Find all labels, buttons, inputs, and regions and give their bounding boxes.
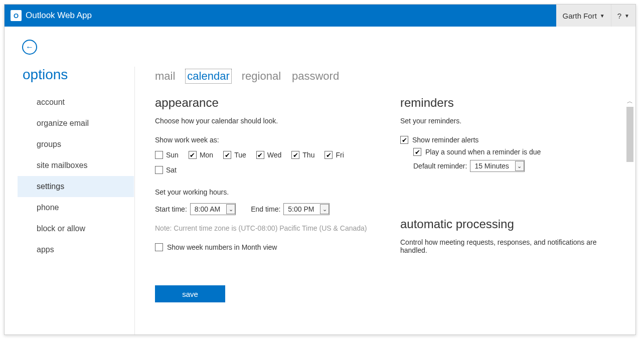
arrow-left-icon: ←	[26, 43, 34, 52]
sidebar-item-label: groups	[37, 140, 61, 148]
automatic-processing-title: automatic processing	[400, 217, 615, 231]
right-column: reminders Set your reminders. Show remin…	[400, 96, 615, 334]
appearance-desc: Choose how your calendar should look.	[155, 117, 370, 125]
end-time-label: End time:	[251, 205, 280, 213]
checkbox-tue[interactable]	[223, 151, 231, 159]
work-week-days: Sun Mon Tue Wed Thu Fri Sat	[155, 151, 370, 174]
day-thu: Thu	[291, 151, 314, 159]
sidebar-item-apps[interactable]: apps	[23, 239, 134, 260]
day-label: Sun	[166, 151, 179, 159]
sidebar-item-label: phone	[37, 203, 59, 212]
start-time-select[interactable]: 8:00 AM ⌄	[190, 203, 236, 215]
settings-tabs: mail calendar regional password	[155, 70, 615, 83]
scroll-up-arrow-icon[interactable]: ︿	[625, 97, 634, 106]
checkbox-sat[interactable]	[155, 166, 163, 174]
day-fri: Fri	[325, 151, 344, 159]
outlook-icon: O	[11, 10, 22, 21]
checkbox-thu[interactable]	[291, 151, 299, 159]
work-week-label: Show work week as:	[155, 136, 370, 144]
day-label: Tue	[234, 151, 246, 159]
show-alerts-row: Show reminder alerts	[400, 136, 615, 144]
chevron-down-icon: ⌄	[320, 204, 329, 214]
start-time-value: 8:00 AM	[195, 205, 220, 213]
chevron-down-icon: ▼	[624, 13, 629, 19]
show-alerts-label: Show reminder alerts	[412, 136, 478, 144]
working-hours-label: Set your working hours.	[155, 188, 370, 196]
tab-password[interactable]: password	[292, 70, 339, 83]
sidebar-item-organize-email[interactable]: organize email	[23, 113, 134, 134]
user-menu-button[interactable]: Garth Fort ▼	[556, 5, 611, 27]
chevron-down-icon: ⌄	[226, 204, 235, 214]
day-tue: Tue	[223, 151, 246, 159]
checkbox-show-alerts[interactable]	[400, 136, 408, 144]
chevron-down-icon: ▼	[600, 13, 605, 19]
checkbox-mon[interactable]	[189, 151, 197, 159]
checkbox-week-numbers[interactable]	[155, 243, 163, 251]
day-mon: Mon	[189, 151, 213, 159]
reminders-desc: Set your reminders.	[400, 117, 615, 125]
sidebar-item-label: apps	[37, 245, 54, 254]
chevron-down-icon: ⌄	[515, 161, 524, 171]
checkbox-play-sound[interactable]	[413, 148, 421, 156]
end-time-select[interactable]: 5:00 PM ⌄	[283, 203, 330, 215]
day-wed: Wed	[256, 151, 282, 159]
sidebar-item-block-or-allow[interactable]: block or allow	[23, 218, 134, 239]
help-icon: ?	[617, 12, 621, 20]
sidebar-item-phone[interactable]: phone	[23, 197, 134, 218]
brand: O Outlook Web App	[5, 10, 92, 21]
checkbox-wed[interactable]	[256, 151, 264, 159]
day-label: Fri	[336, 151, 344, 159]
tab-mail[interactable]: mail	[155, 70, 175, 83]
sidebar-item-site-mailboxes[interactable]: site mailboxes	[23, 155, 134, 176]
settings-sidebar: options account organize email groups si…	[5, 67, 135, 334]
appearance-title: appearance	[155, 96, 370, 110]
start-time-label: Start time:	[155, 205, 187, 213]
default-reminder-select[interactable]: 15 Minutes ⌄	[470, 160, 524, 172]
default-reminder-row: Default reminder: 15 Minutes ⌄	[413, 160, 615, 172]
user-name: Garth Fort	[562, 12, 596, 20]
default-reminder-label: Default reminder:	[413, 162, 467, 170]
play-sound-label: Play a sound when a reminder is due	[425, 148, 541, 156]
timezone-note: Note: Current time zone is (UTC-08:00) P…	[155, 224, 370, 232]
sidebar-item-account[interactable]: account	[23, 92, 134, 113]
sidebar-item-label: block or allow	[37, 224, 85, 233]
sidebar-title: options	[23, 67, 134, 83]
help-menu-button[interactable]: ? ▼	[611, 5, 635, 27]
day-sun: Sun	[155, 151, 179, 159]
main-panel: mail calendar regional password appearan…	[135, 67, 635, 334]
checkbox-fri[interactable]	[325, 151, 333, 159]
day-label: Sat	[166, 166, 177, 174]
appearance-section: appearance Choose how your calendar shou…	[155, 96, 370, 334]
app-title: Outlook Web App	[26, 11, 92, 21]
sidebar-item-label: organize email	[37, 119, 89, 127]
sidebar-item-groups[interactable]: groups	[23, 134, 134, 155]
sidebar-item-label: site mailboxes	[37, 161, 87, 169]
day-label: Mon	[200, 151, 213, 159]
scroll-thumb[interactable]	[626, 107, 633, 162]
default-reminder-value: 15 Minutes	[474, 162, 509, 170]
sidebar-item-label: account	[37, 98, 65, 106]
checkbox-sun[interactable]	[155, 151, 163, 159]
user-area: Garth Fort ▼ ? ▼	[556, 5, 635, 27]
week-numbers-row: Show week numbers in Month view	[155, 243, 370, 251]
day-label: Wed	[267, 151, 282, 159]
end-time-value: 5:00 PM	[288, 205, 314, 213]
play-sound-row: Play a sound when a reminder is due	[413, 148, 615, 156]
week-numbers-label: Show week numbers in Month view	[167, 243, 277, 251]
day-label: Thu	[302, 151, 314, 159]
tab-regional[interactable]: regional	[242, 70, 281, 83]
back-button[interactable]: ←	[22, 40, 37, 55]
sidebar-item-settings[interactable]: settings	[18, 176, 134, 197]
day-sat: Sat	[155, 166, 177, 174]
automatic-processing-desc: Control how meeting requests, responses,…	[400, 238, 615, 254]
save-button[interactable]: save	[155, 285, 225, 302]
reminders-title: reminders	[400, 96, 615, 110]
top-bar: O Outlook Web App Garth Fort ▼ ? ▼	[5, 5, 635, 27]
sidebar-item-label: settings	[37, 182, 64, 191]
tab-calendar[interactable]: calendar	[186, 70, 230, 83]
scrollbar[interactable]: ︿ ﹀	[625, 97, 634, 335]
